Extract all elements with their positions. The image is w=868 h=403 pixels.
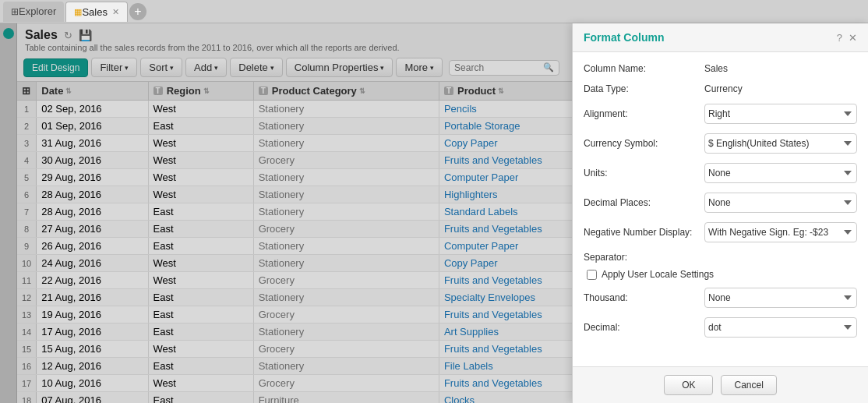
dialog-body: Column Name: Sales Data Type: Currency A… bbox=[573, 52, 868, 366]
decimal-label: Decimal: bbox=[584, 322, 704, 333]
decimal-select[interactable]: dot comma bbox=[704, 317, 857, 338]
negative-number-label: Negative Number Display: bbox=[584, 227, 704, 238]
data-type-label: Data Type: bbox=[584, 83, 704, 94]
separator-label: Separator: bbox=[584, 252, 857, 263]
dialog-header-actions: ? ✕ bbox=[837, 32, 857, 44]
alignment-label: Alignment: bbox=[584, 108, 704, 119]
tab-close-icon[interactable]: ✕ bbox=[112, 7, 119, 17]
dialog-help-icon[interactable]: ? bbox=[837, 32, 842, 44]
currency-symbol-label: Currency Symbol: bbox=[584, 138, 704, 149]
dialog-title: Format Column bbox=[584, 31, 664, 44]
units-row: Units: None Thousands Millions bbox=[584, 163, 857, 183]
format-column-dialog: Format Column ? ✕ Column Name: Sales Dat… bbox=[572, 23, 868, 403]
column-name-label: Column Name: bbox=[584, 63, 704, 74]
explorer-icon: ⊞ bbox=[11, 6, 19, 17]
negative-number-row: Negative Number Display: With Negative S… bbox=[584, 222, 857, 242]
dialog-close-icon[interactable]: ✕ bbox=[849, 32, 857, 44]
alignment-select[interactable]: Right Left Center bbox=[704, 104, 857, 124]
data-type-value: Currency bbox=[704, 83, 743, 94]
add-tab-button[interactable]: + bbox=[129, 3, 146, 20]
decimal-places-label: Decimal Places: bbox=[584, 197, 704, 208]
ok-button[interactable]: OK bbox=[664, 375, 713, 395]
dialog-header: Format Column ? ✕ bbox=[573, 23, 868, 52]
apply-locale-row: Apply User Locale Settings bbox=[584, 269, 857, 280]
thousand-label: Thousand: bbox=[584, 292, 704, 303]
tab-explorer-label: Explorer bbox=[19, 5, 56, 17]
decimal-places-select[interactable]: None 0 1 2 bbox=[704, 193, 857, 213]
dialog-footer: OK Cancel bbox=[573, 366, 868, 403]
cancel-button[interactable]: Cancel bbox=[721, 375, 776, 395]
column-name-value: Sales bbox=[704, 63, 728, 74]
units-select[interactable]: None Thousands Millions bbox=[704, 163, 857, 183]
alignment-row: Alignment: Right Left Center bbox=[584, 104, 857, 124]
thousand-select[interactable]: None comma dot space bbox=[704, 288, 857, 308]
apply-locale-label: Apply User Locale Settings bbox=[602, 269, 714, 280]
thousand-row: Thousand: None comma dot space bbox=[584, 288, 857, 308]
tab-explorer[interactable]: ⊞ Explorer bbox=[3, 2, 64, 22]
decimal-row: Decimal: dot comma bbox=[584, 317, 857, 338]
currency-symbol-select[interactable]: $ English(United States) € Euro £ Britis… bbox=[704, 133, 857, 154]
apply-locale-checkbox[interactable] bbox=[587, 270, 597, 280]
currency-symbol-row: Currency Symbol: $ English(United States… bbox=[584, 133, 857, 154]
units-label: Units: bbox=[584, 168, 704, 179]
sales-table-icon: ▦ bbox=[74, 7, 82, 17]
main-area: Sales ↻ 💾 Table containing all the sales… bbox=[0, 23, 868, 403]
data-type-row: Data Type: Currency bbox=[584, 83, 857, 94]
tab-sales[interactable]: ▦ Sales ✕ bbox=[65, 2, 128, 22]
tab-sales-label: Sales bbox=[82, 6, 108, 18]
negative-number-select[interactable]: With Negative Sign. Eg: -$23 Parentheses… bbox=[704, 222, 857, 242]
tab-bar: ⊞ Explorer ▦ Sales ✕ + bbox=[0, 0, 868, 23]
column-name-row: Column Name: Sales bbox=[584, 63, 857, 74]
decimal-places-row: Decimal Places: None 0 1 2 bbox=[584, 193, 857, 213]
separator-section: Separator: Apply User Locale Settings Th… bbox=[584, 252, 857, 338]
